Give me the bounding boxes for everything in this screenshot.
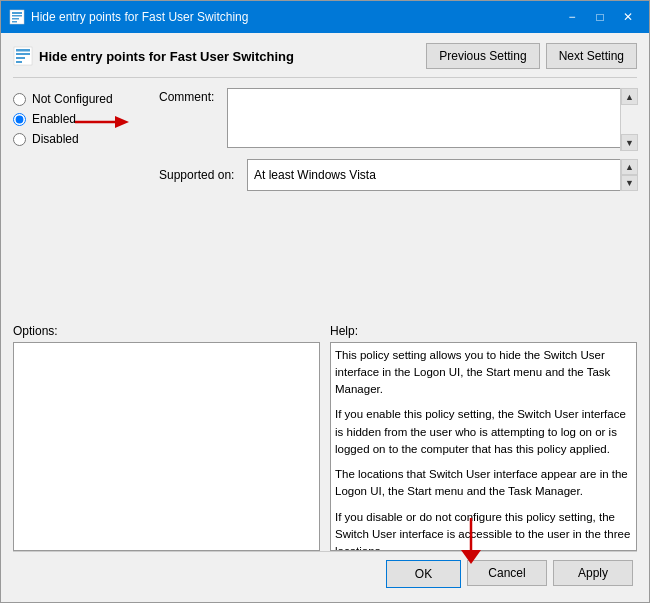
radio-group: Not Configured Enabled Disabled (13, 92, 143, 146)
content-area: Hide entry points for Fast User Switchin… (1, 33, 649, 602)
svg-rect-4 (12, 21, 17, 23)
header-buttons: Previous Setting Next Setting (426, 43, 637, 69)
help-text: This policy setting allows you to hide t… (335, 347, 632, 552)
options-panel: Options: (13, 324, 320, 552)
help-paragraph: This policy setting allows you to hide t… (335, 347, 632, 399)
title-bar-left: Hide entry points for Fast User Switchin… (9, 9, 248, 25)
help-panel: Help: This policy setting allows you to … (330, 324, 637, 552)
header-icon (13, 46, 33, 66)
footer: OK Cancel Apply (13, 551, 637, 592)
svg-rect-8 (16, 57, 25, 59)
header-title-area: Hide entry points for Fast User Switchin… (13, 46, 294, 66)
settings-area: Not Configured Enabled Disabled (13, 88, 637, 316)
supported-wrapper: At least Windows Vista ▲ ▼ (247, 159, 637, 191)
title-text: Hide entry points for Fast User Switchin… (31, 10, 248, 24)
supported-scroll-up[interactable]: ▲ (621, 159, 638, 175)
enabled-radio[interactable] (13, 113, 26, 126)
svg-rect-7 (16, 53, 30, 55)
help-paragraph: The locations that Switch User interface… (335, 466, 632, 501)
title-bar-controls: − □ ✕ (559, 7, 641, 27)
cancel-button[interactable]: Cancel (467, 560, 547, 586)
help-paragraph: If you disable or do not configure this … (335, 509, 632, 552)
svg-rect-6 (16, 49, 30, 52)
help-paragraph: If you enable this policy setting, the S… (335, 406, 632, 458)
maximize-button[interactable]: □ (587, 7, 613, 27)
previous-setting-button[interactable]: Previous Setting (426, 43, 539, 69)
comment-row: Comment: ▲ ▼ (159, 88, 637, 151)
enabled-option[interactable]: Enabled (13, 112, 143, 126)
title-bar: Hide entry points for Fast User Switchin… (1, 1, 649, 33)
ok-button[interactable]: OK (386, 560, 461, 588)
title-icon (9, 9, 25, 25)
supported-label: Supported on: (159, 168, 239, 182)
comment-wrapper: ▲ ▼ (227, 88, 637, 151)
supported-row: Supported on: At least Windows Vista ▲ ▼ (159, 159, 637, 191)
options-content (13, 342, 320, 552)
comment-textarea[interactable] (227, 88, 637, 148)
options-label: Options: (13, 324, 320, 338)
disabled-label: Disabled (32, 132, 79, 146)
dialog-title: Hide entry points for Fast User Switchin… (39, 49, 294, 64)
svg-rect-1 (12, 12, 22, 14)
svg-marker-11 (115, 116, 129, 128)
supported-value: At least Windows Vista (247, 159, 637, 191)
right-panel: Comment: ▲ ▼ Supported on: At least Wind… (159, 88, 637, 316)
enabled-arrow (73, 108, 133, 136)
help-content: This policy setting allows you to hide t… (330, 342, 637, 552)
enabled-label: Enabled (32, 112, 76, 126)
next-setting-button[interactable]: Next Setting (546, 43, 637, 69)
minimize-button[interactable]: − (559, 7, 585, 27)
bottom-panels: Options: Help: This policy setting allow… (13, 324, 637, 552)
left-panel: Not Configured Enabled Disabled (13, 88, 143, 316)
not-configured-radio[interactable] (13, 93, 26, 106)
disabled-radio[interactable] (13, 133, 26, 146)
svg-rect-2 (12, 15, 22, 17)
svg-rect-9 (16, 61, 22, 63)
apply-button[interactable]: Apply (553, 560, 633, 586)
comment-label: Comment: (159, 88, 219, 104)
not-configured-label: Not Configured (32, 92, 113, 106)
close-button[interactable]: ✕ (615, 7, 641, 27)
supported-scrollbar: ▲ ▼ (620, 159, 637, 191)
supported-scroll-down[interactable]: ▼ (621, 175, 638, 191)
svg-rect-3 (12, 18, 19, 20)
header-row: Hide entry points for Fast User Switchin… (13, 43, 637, 78)
main-window: Hide entry points for Fast User Switchin… (0, 0, 650, 603)
help-label: Help: (330, 324, 637, 338)
not-configured-option[interactable]: Not Configured (13, 92, 143, 106)
